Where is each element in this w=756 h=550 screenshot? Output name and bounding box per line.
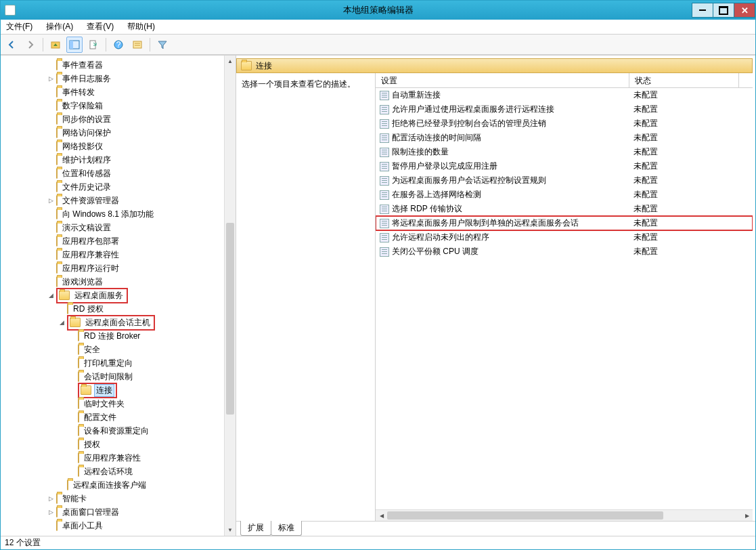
- tree-item[interactable]: 同步你的设置: [3, 112, 224, 126]
- setting-name: 配置活动连接的时间间隔: [392, 132, 481, 144]
- tree-item[interactable]: 应用程序兼容性: [3, 451, 224, 465]
- details-title: 连接: [256, 60, 272, 72]
- titlebar[interactable]: 本地组策略编辑器: [1, 1, 755, 20]
- tree-item[interactable]: 打印机重定向: [3, 356, 224, 370]
- tree-item[interactable]: 应用程序运行时: [3, 261, 224, 275]
- tree-item[interactable]: 远程桌面连接客户端: [3, 478, 224, 492]
- setting-row[interactable]: 在服务器上选择网络检测未配置: [376, 188, 753, 202]
- list-header[interactable]: 设置 状态: [376, 73, 753, 88]
- tree-item[interactable]: 临时文件夹: [3, 397, 224, 410]
- tree-view[interactable]: 事件查看器▷事件日志服务事件转发数字保险箱同步你的设置网络访问保护网络投影仪维护…: [1, 56, 224, 536]
- tree-item-label: 设备和资源重定向: [82, 425, 151, 436]
- setting-row[interactable]: 自动重新连接未配置: [376, 88, 753, 102]
- folder-icon: [67, 303, 68, 314]
- setting-row[interactable]: 允许远程启动未列出的程序未配置: [376, 230, 753, 245]
- tree-item[interactable]: 连接: [3, 383, 224, 397]
- folder-icon: [56, 87, 58, 98]
- collapse-icon[interactable]: ◢: [58, 318, 66, 326]
- tree-item-label: 事件日志服务: [60, 73, 113, 84]
- show-tree-button[interactable]: [66, 37, 83, 53]
- policy-icon: [380, 162, 389, 171]
- app-icon: [5, 5, 16, 16]
- folder-icon: [78, 331, 79, 341]
- tree-item[interactable]: ▷文件资源管理器: [3, 194, 224, 207]
- setting-status: 未配置: [629, 203, 739, 215]
- up-button[interactable]: [47, 37, 64, 53]
- tree-item[interactable]: 事件转发: [3, 85, 224, 99]
- setting-row[interactable]: 拒绝将已经登录到控制台会话的管理员注销未配置: [376, 117, 753, 131]
- tree-item[interactable]: RD 连接 Broker: [3, 329, 224, 343]
- tree-item-label: 同步你的设置: [60, 114, 113, 125]
- tree-item-label: 游戏浏览器: [60, 276, 105, 287]
- tree-item[interactable]: 维护计划程序: [3, 153, 224, 167]
- tree-scrollbar[interactable]: ▲ ▼: [224, 56, 236, 536]
- tree-item[interactable]: 会话时间限制: [3, 370, 224, 383]
- setting-row[interactable]: 为远程桌面服务用户会话远程控制设置规则未配置: [376, 173, 753, 188]
- tab-standard[interactable]: 标准: [271, 521, 302, 536]
- export-button[interactable]: [85, 37, 102, 53]
- maximize-button[interactable]: [713, 3, 734, 18]
- tree-item[interactable]: 应用程序兼容性: [3, 248, 224, 261]
- folder-icon: [56, 154, 58, 165]
- expand-icon[interactable]: ▷: [47, 494, 55, 503]
- tree-item-label: 网络投影仪: [60, 141, 105, 152]
- tree-item[interactable]: 向 Windows 8.1 添加功能: [3, 207, 224, 221]
- properties-button[interactable]: [129, 37, 146, 53]
- tree-item[interactable]: 安全: [3, 343, 224, 356]
- menu-file[interactable]: 文件(F): [3, 20, 35, 34]
- minimize-button[interactable]: [692, 3, 713, 18]
- help-button[interactable]: ?: [110, 37, 127, 53]
- setting-row[interactable]: 关闭公平份额 CPU 调度未配置: [376, 245, 753, 259]
- tree-item-label: 数字保险箱: [60, 100, 105, 111]
- tree-item[interactable]: 游戏浏览器: [3, 275, 224, 289]
- tree-item[interactable]: 应用程序包部署: [3, 234, 224, 248]
- tree-item[interactable]: 卓面小工具: [3, 519, 224, 532]
- tab-extended[interactable]: 扩展: [240, 521, 271, 536]
- setting-row[interactable]: 将远程桌面服务用户限制到单独的远程桌面服务会话未配置: [376, 216, 753, 230]
- tree-item[interactable]: ◢远程桌面会话主机: [3, 316, 224, 329]
- tree-item-label: 打印机重定向: [82, 358, 135, 368]
- tree-item[interactable]: 配置文件: [3, 410, 224, 424]
- settings-list[interactable]: 自动重新连接未配置允许用户通过使用远程桌面服务进行远程连接未配置拒绝将已经登录到…: [376, 88, 753, 509]
- col-status[interactable]: 状态: [629, 73, 739, 87]
- filter-button[interactable]: [154, 37, 171, 53]
- tree-item[interactable]: 远程会话环境: [3, 465, 224, 478]
- setting-row[interactable]: 暂停用户登录以完成应用注册未配置: [376, 159, 753, 173]
- expand-icon[interactable]: ▷: [47, 75, 55, 83]
- tree-item[interactable]: ◢远程桌面服务: [3, 289, 224, 302]
- setting-row[interactable]: 配置活动连接的时间间隔未配置: [376, 131, 753, 145]
- folder-icon: [56, 236, 58, 247]
- tree-item[interactable]: 事件查看器: [3, 58, 224, 72]
- tree-item-label: 文件资源管理器: [60, 195, 121, 206]
- tree-item[interactable]: 网络访问保护: [3, 126, 224, 140]
- tree-item[interactable]: 位置和传感器: [3, 167, 224, 180]
- tree-item-label: 应用程序包部署: [60, 236, 121, 247]
- expand-icon[interactable]: ▷: [47, 196, 55, 205]
- tree-item[interactable]: 授权: [3, 438, 224, 451]
- back-button[interactable]: [3, 37, 20, 53]
- setting-row[interactable]: 限制连接的数量未配置: [376, 145, 753, 159]
- menu-help[interactable]: 帮助(H): [125, 20, 158, 34]
- list-h-scrollbar[interactable]: ◀ ▶: [376, 509, 753, 521]
- menu-action[interactable]: 操作(A): [43, 20, 76, 34]
- tree-item[interactable]: 数字保险箱: [3, 99, 224, 112]
- folder-icon: [78, 398, 79, 409]
- tree-item[interactable]: 文件历史记录: [3, 180, 224, 194]
- policy-icon: [380, 91, 389, 100]
- tree-item[interactable]: ▷事件日志服务: [3, 72, 224, 85]
- tree-item[interactable]: 网络投影仪: [3, 140, 224, 153]
- tree-item[interactable]: ▷桌面窗口管理器: [3, 505, 224, 519]
- tree-item[interactable]: RD 授权: [3, 302, 224, 316]
- collapse-icon[interactable]: ◢: [47, 291, 55, 299]
- setting-row[interactable]: 允许用户通过使用远程桌面服务进行远程连接未配置: [376, 102, 753, 117]
- menu-view[interactable]: 查看(V): [84, 20, 116, 34]
- tree-item[interactable]: ▷智能卡: [3, 492, 224, 505]
- expand-icon[interactable]: ▷: [47, 508, 55, 516]
- tree-item[interactable]: 演示文稿设置: [3, 221, 224, 234]
- col-setting[interactable]: 设置: [376, 73, 629, 87]
- tree-item[interactable]: 设备和资源重定向: [3, 424, 224, 438]
- forward-button[interactable]: [22, 37, 39, 53]
- toolbar: ?: [1, 35, 755, 55]
- setting-row[interactable]: 选择 RDP 传输协议未配置: [376, 202, 753, 216]
- close-button[interactable]: [734, 3, 755, 18]
